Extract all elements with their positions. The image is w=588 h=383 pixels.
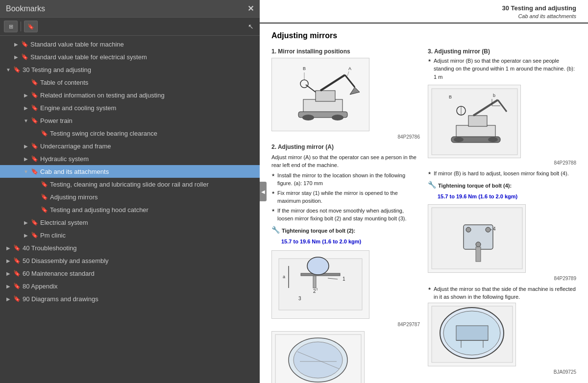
svg-point-17	[307, 257, 329, 275]
tree-item-diagrams[interactable]: ▶ 🔖 90 Diagrams and drawings	[0, 292, 260, 305]
tree-item-label: 80 Appendix	[23, 283, 257, 290]
bookmark-icon: 🔖	[40, 130, 48, 137]
svg-line-5	[320, 75, 345, 91]
wrench-value-3: 15.7 to 19.6 Nm (1.6 to 2.0 kgm)	[438, 192, 576, 200]
section2-bullet-2: Fix mirror stay (1) while the mirror is …	[271, 189, 420, 205]
tree-item-disassembly[interactable]: ▶ 🔖 50 Disassembly and assembly	[0, 254, 260, 267]
bookmarks-tree[interactable]: ▶ 🔖 Standard value table for machine ▶ 🔖…	[0, 36, 260, 383]
expand-arrow: ▶	[22, 156, 30, 162]
bookmark-icon: 🔖	[13, 295, 21, 302]
expand-arrow: ▶	[22, 144, 30, 149]
bookmark-icon: 🔖	[13, 283, 21, 289]
tree-item-slide-door[interactable]: 🔖 Testing, cleaning and lubricating slid…	[0, 178, 260, 191]
svg-point-48	[486, 227, 490, 232]
tree-item-label: 50 Disassembly and assembly	[23, 257, 257, 264]
bookmark-icon: 🔖	[13, 270, 21, 277]
section2-body: Adjust mirror (A) so that the operator c…	[271, 153, 420, 169]
svg-text:B: B	[303, 66, 306, 71]
tree-item-label: Electrical system	[40, 219, 257, 226]
expand-arrow: ▶	[4, 258, 13, 263]
left-column: 1. Mirror installing positions	[271, 48, 420, 383]
bookmark-icon: 🔖	[30, 104, 38, 111]
expand-arrow: ▶	[4, 271, 13, 276]
wrench-icon-2: 🔧	[428, 181, 436, 189]
tree-item-electrical[interactable]: ▶ 🔖 Electrical system	[0, 216, 260, 229]
bookmark-icon: 🔖	[30, 79, 38, 86]
expand-arrow: ▼	[4, 67, 13, 72]
figure-5	[271, 331, 365, 383]
bookmark-icon: 🔖	[30, 219, 38, 226]
tree-item-toc[interactable]: 🔖 Table of contents	[0, 76, 260, 89]
tree-item-appendix[interactable]: ▶ 🔖 80 Appendix	[0, 280, 260, 292]
expand-arrow: ▶	[22, 93, 30, 98]
grid-view-button[interactable]: ⊞	[4, 21, 18, 32]
svg-line-13	[347, 72, 349, 76]
header-section-sub: Cab and its attachments	[271, 13, 576, 20]
tree-item-troubleshooting[interactable]: ▶ 🔖 40 Troubleshooting	[0, 241, 260, 254]
tree-item-powertrain[interactable]: ▼ 🔖 Power train	[0, 114, 260, 127]
tree-item-std-machine[interactable]: ▶ 🔖 Standard value table for machine	[0, 38, 260, 50]
fig1-caption: 84P29786	[271, 134, 420, 140]
bookmark-button[interactable]: 🔖	[24, 21, 38, 32]
section3-num: 3. Adjusting mirror (B)	[428, 48, 576, 55]
tree-item-cab[interactable]: ▼ 🔖 Cab and its attachments	[0, 165, 260, 178]
cursor-icon: ↖	[246, 23, 256, 30]
tree-item-testing-30[interactable]: ▼ 🔖 30 Testing and adjusting	[0, 63, 260, 76]
bookmarks-header: Bookmarks ✕	[0, 0, 260, 18]
svg-point-35	[488, 137, 498, 142]
tree-item-std-electrical[interactable]: ▶ 🔖 Standard value table for electrical …	[0, 50, 260, 63]
svg-text:3: 3	[298, 296, 301, 301]
svg-point-9	[300, 80, 308, 88]
fig6-caption: BJA09725	[428, 369, 576, 375]
page-content: Adjusting mirrors 1. Mirror installing p…	[260, 24, 588, 383]
tree-item-hood-catcher[interactable]: 🔖 Testing and adjusting hood catcher	[0, 203, 260, 216]
tree-item-engine[interactable]: ▶ 🔖 Engine and cooling system	[0, 101, 260, 114]
svg-rect-4	[316, 91, 335, 101]
tree-item-label: 60 Maintenance standard	[23, 270, 257, 277]
tree-item-related[interactable]: ▶ 🔖 Related information on testing and a…	[0, 89, 260, 101]
document-view: 30 Testing and adjusting Cab and its att…	[260, 0, 588, 383]
bookmark-icon: 🔖	[30, 155, 38, 162]
bookmark-icon: 🔖	[30, 117, 38, 124]
svg-point-47	[466, 227, 471, 232]
bookmark-icon: 🔖	[40, 193, 48, 200]
tree-item-label: Standard value table for machine	[30, 41, 257, 48]
tree-item-label: Related information on testing and adjus…	[40, 92, 257, 99]
expand-arrow: ▶	[22, 233, 30, 238]
expand-arrow: ▶	[4, 296, 13, 302]
bookmarks-title: Bookmarks	[6, 4, 45, 13]
section2-bullet-3: If the mirror does not move smoothly whe…	[271, 207, 420, 223]
section2-label: 2. Adjusting mirror (A)	[271, 144, 420, 150]
close-button[interactable]: ✕	[247, 4, 254, 13]
tree-item-label: Testing, cleaning and lubricating slide …	[50, 181, 257, 188]
expand-arrow: ▶	[4, 245, 13, 251]
wrench-label-3: Tightening torque of bolt (4):	[438, 183, 512, 189]
bookmark-icon: 🔖	[30, 232, 38, 239]
page-title: Adjusting mirrors	[271, 31, 576, 40]
bookmark-icon: 🔖	[13, 66, 21, 73]
tree-item-label: Cab and its attachments	[40, 168, 257, 175]
fig4-caption: 84P29789	[428, 276, 576, 281]
bookmark-icon: 🔖	[30, 168, 38, 175]
tree-item-adjusting-mirrors[interactable]: 🔖 Adjusting mirrors	[0, 191, 260, 203]
bookmark-icon: 🔖	[13, 244, 21, 251]
section3-star2: Adjust the mirror so that the side of th…	[428, 285, 576, 301]
wrench-line-2: 🔧 Tightening torque of bolt (2):	[271, 225, 420, 235]
tree-item-label: Hydraulic system	[40, 155, 257, 163]
expand-arrow: ▶	[12, 42, 21, 47]
svg-text:A: A	[348, 66, 351, 71]
tree-item-pm-clinic[interactable]: ▶ 🔖 Pm clinic	[0, 229, 260, 241]
section2-bullet-1: Install the mirror to the location shown…	[271, 171, 420, 188]
figure-6	[428, 303, 516, 366]
tree-item-hydraulic[interactable]: ▶ 🔖 Hydraulic system	[0, 152, 260, 165]
tree-item-label: Testing swing circle bearing clearance	[50, 130, 257, 137]
bookmark-icon: 🔖	[40, 206, 48, 213]
figure-4: 4	[428, 204, 526, 273]
tree-item-maintenance[interactable]: ▶ 🔖 60 Maintenance standard	[0, 267, 260, 280]
svg-point-3	[332, 115, 343, 120]
collapse-panel-button[interactable]: ◀	[260, 182, 267, 201]
expand-arrow: ▶	[22, 220, 30, 225]
tree-item-undercarriage[interactable]: ▶ 🔖 Undercarriage and frame	[0, 140, 260, 152]
tree-item-label: 40 Troubleshooting	[23, 244, 257, 252]
tree-item-swing-circle[interactable]: 🔖 Testing swing circle bearing clearance	[0, 127, 260, 140]
